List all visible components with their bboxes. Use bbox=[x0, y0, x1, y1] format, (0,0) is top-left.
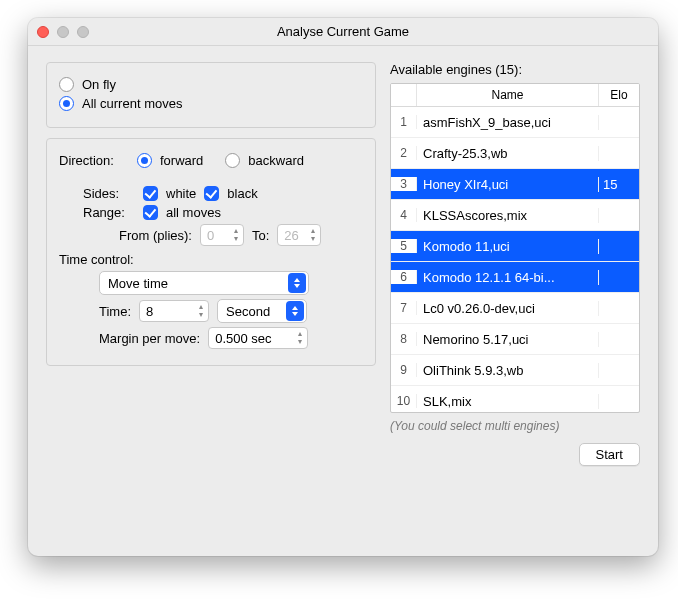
titlebar: Analyse Current Game bbox=[28, 18, 658, 46]
options-group: Direction: forward backward Sides: white… bbox=[46, 138, 376, 366]
margin-value: 0.500 sec bbox=[215, 331, 291, 346]
from-plies-label: From (plies): bbox=[119, 228, 192, 243]
row-index: 4 bbox=[391, 208, 417, 222]
table-row[interactable]: 3Honey XIr4,uci15 bbox=[391, 169, 639, 200]
row-index: 10 bbox=[391, 394, 417, 408]
available-engines-heading: Available engines (15): bbox=[390, 62, 640, 77]
table-row[interactable]: 10SLK,mix bbox=[391, 386, 639, 412]
time-unit-value: Second bbox=[226, 304, 270, 319]
engine-name: KLSSAscores,mix bbox=[417, 208, 599, 223]
on-fly-label: On fly bbox=[82, 77, 116, 92]
time-control-label: Time control: bbox=[59, 252, 363, 267]
table-row[interactable]: 7Lc0 v0.26.0-dev,uci bbox=[391, 293, 639, 324]
engine-name: Nemorino 5.17,uci bbox=[417, 332, 599, 347]
mode-group: On fly All current moves bbox=[46, 62, 376, 128]
table-body: 1asmFishX_9_base,uci2Crafty-25.3,wb3Hone… bbox=[391, 107, 639, 412]
minimize-icon[interactable] bbox=[57, 26, 69, 38]
chevron-down-icon[interactable]: ▾ bbox=[308, 235, 318, 243]
all-current-moves-radio[interactable] bbox=[59, 96, 74, 111]
margin-label: Margin per move: bbox=[99, 331, 200, 346]
row-index: 2 bbox=[391, 146, 417, 160]
engine-name: SLK,mix bbox=[417, 394, 599, 409]
backward-label: backward bbox=[248, 153, 304, 168]
backward-radio[interactable] bbox=[225, 153, 240, 168]
engine-name: Lc0 v0.26.0-dev,uci bbox=[417, 301, 599, 316]
table-row[interactable]: 8Nemorino 5.17,uci bbox=[391, 324, 639, 355]
forward-label: forward bbox=[160, 153, 203, 168]
select-caret-icon bbox=[288, 273, 306, 293]
table-row[interactable]: 2Crafty-25.3,wb bbox=[391, 138, 639, 169]
to-plies-spinner[interactable]: 26 ▴▾ bbox=[277, 224, 321, 246]
row-index: 6 bbox=[391, 270, 417, 284]
black-label: black bbox=[227, 186, 257, 201]
time-control-type-value: Move time bbox=[108, 276, 168, 291]
row-index: 9 bbox=[391, 363, 417, 377]
engine-name: Komodo 12.1.1 64-bi... bbox=[417, 270, 599, 285]
white-label: white bbox=[166, 186, 196, 201]
table-row[interactable]: 6Komodo 12.1.1 64-bi... bbox=[391, 262, 639, 293]
row-index: 3 bbox=[391, 177, 417, 191]
from-plies-spinner[interactable]: 0 ▴▾ bbox=[200, 224, 244, 246]
engine-name: asmFishX_9_base,uci bbox=[417, 115, 599, 130]
all-current-moves-label: All current moves bbox=[82, 96, 182, 111]
chevron-down-icon[interactable]: ▾ bbox=[295, 338, 305, 346]
chevron-down-icon[interactable]: ▾ bbox=[196, 311, 206, 319]
window-title: Analyse Current Game bbox=[277, 24, 409, 39]
time-label: Time: bbox=[99, 304, 131, 319]
range-label: Range: bbox=[83, 205, 135, 220]
table-header: Name Elo bbox=[391, 84, 639, 107]
table-row[interactable]: 1asmFishX_9_base,uci bbox=[391, 107, 639, 138]
forward-radio[interactable] bbox=[137, 153, 152, 168]
time-spinner[interactable]: 8 ▴▾ bbox=[139, 300, 209, 322]
to-plies-value: 26 bbox=[284, 228, 304, 243]
select-caret-icon bbox=[286, 301, 304, 321]
row-index: 8 bbox=[391, 332, 417, 346]
maximize-icon[interactable] bbox=[77, 26, 89, 38]
close-icon[interactable] bbox=[37, 26, 49, 38]
col-name[interactable]: Name bbox=[417, 84, 599, 106]
dialog-window: Analyse Current Game On fly All current … bbox=[28, 18, 658, 556]
time-unit-select[interactable]: Second bbox=[217, 299, 307, 323]
start-button[interactable]: Start bbox=[579, 443, 640, 466]
table-row[interactable]: 5Komodo 11,uci bbox=[391, 231, 639, 262]
engine-elo: 15 bbox=[599, 177, 639, 192]
engines-table: Name Elo 1asmFishX_9_base,uci2Crafty-25.… bbox=[390, 83, 640, 413]
all-moves-label: all moves bbox=[166, 205, 221, 220]
sides-label: Sides: bbox=[83, 186, 135, 201]
window-controls bbox=[37, 26, 89, 38]
time-value: 8 bbox=[146, 304, 192, 319]
direction-label: Direction: bbox=[59, 153, 129, 168]
from-plies-value: 0 bbox=[207, 228, 227, 243]
row-index: 5 bbox=[391, 239, 417, 253]
row-index: 1 bbox=[391, 115, 417, 129]
white-checkbox[interactable] bbox=[143, 186, 158, 201]
col-elo[interactable]: Elo bbox=[599, 84, 639, 106]
margin-spinner[interactable]: 0.500 sec ▴▾ bbox=[208, 327, 308, 349]
table-row[interactable]: 4KLSSAscores,mix bbox=[391, 200, 639, 231]
chevron-down-icon[interactable]: ▾ bbox=[231, 235, 241, 243]
table-row[interactable]: 9OliThink 5.9.3,wb bbox=[391, 355, 639, 386]
engine-name: Komodo 11,uci bbox=[417, 239, 599, 254]
on-fly-radio[interactable] bbox=[59, 77, 74, 92]
col-idx[interactable] bbox=[391, 84, 417, 106]
black-checkbox[interactable] bbox=[204, 186, 219, 201]
time-control-type-select[interactable]: Move time bbox=[99, 271, 309, 295]
row-index: 7 bbox=[391, 301, 417, 315]
all-moves-checkbox[interactable] bbox=[143, 205, 158, 220]
engine-name: Crafty-25.3,wb bbox=[417, 146, 599, 161]
engine-name: Honey XIr4,uci bbox=[417, 177, 599, 192]
to-label: To: bbox=[252, 228, 269, 243]
multi-select-hint: (You could select multi engines) bbox=[390, 419, 640, 433]
engine-name: OliThink 5.9.3,wb bbox=[417, 363, 599, 378]
